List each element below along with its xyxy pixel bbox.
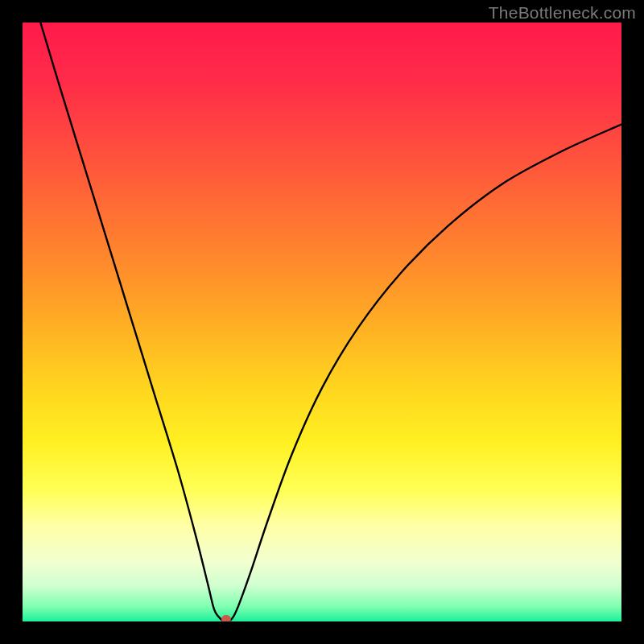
gradient-background — [23, 23, 621, 621]
chart-frame: TheBottleneck.com — [0, 0, 644, 644]
watermark-text: TheBottleneck.com — [489, 3, 636, 23]
chart-svg — [23, 23, 621, 621]
plot-area — [23, 23, 621, 621]
